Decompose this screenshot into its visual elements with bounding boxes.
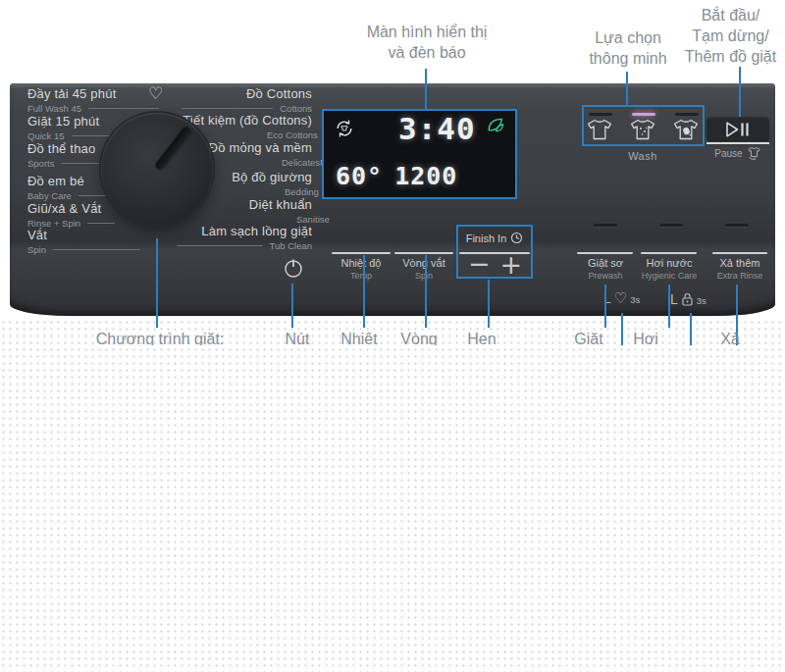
prewash-button[interactable]: Giặt sơ Prewash [576, 257, 635, 281]
program-name-en: Sports [27, 158, 54, 169]
callout-line-child-lock [690, 313, 692, 345]
program-tub-clean: Làm sạch lồng giặt Tub Clean [177, 224, 312, 251]
child-lock-hold-seconds: 3s [697, 296, 706, 306]
program-name-en: Quick 15 [27, 130, 65, 141]
extra-rinse-button-bar [712, 252, 767, 254]
program-connector-line [53, 249, 140, 250]
callout-line-power [291, 284, 293, 328]
extra-rinse-indicator [725, 224, 749, 227]
favorite-hold-seconds: 3s [630, 295, 640, 305]
pause-button-underline [706, 142, 769, 144]
temp-button[interactable]: Nhiệt độ Temp [332, 257, 391, 281]
clock-icon [510, 232, 523, 244]
program-name-vi: Bộ đồ giường [219, 170, 312, 184]
program-bedding: Bộ đồ giường Bedding [278, 170, 312, 197]
extra-rinse-label-en: Extra Rinse [706, 271, 774, 281]
play-pause-icon [725, 122, 751, 137]
favorite-hold-hint: L ♡ 3s [603, 291, 640, 305]
program-connector-line [78, 195, 110, 196]
program-name-vi: Diệt khuẩn [240, 197, 312, 212]
prewash-button-bar [577, 252, 633, 254]
finish-in-minus-button[interactable]: − [468, 248, 491, 279]
wash-level-3-indicator [675, 113, 699, 116]
program-name-en: Eco Cottons [267, 129, 318, 140]
background-dot-grid [0, 319, 785, 672]
lock-icon [681, 291, 694, 306]
finish-in-plus-button[interactable]: + [499, 249, 522, 280]
wash-level-2-button[interactable] [630, 119, 657, 142]
wash-intensity-group [582, 105, 705, 146]
hygienic-indicator [659, 224, 683, 227]
program-connector-line [87, 223, 115, 224]
program-spin: Vắt Spin [27, 228, 175, 255]
program-dial[interactable] [101, 113, 213, 225]
hygienic-care-button[interactable]: Hơi nước Hygienic Care [635, 257, 704, 281]
finish-in-group: Finish In − + [456, 225, 533, 279]
cycle-status-icon [335, 119, 354, 138]
program-connector-line [88, 108, 159, 109]
callout-line-smart-select [626, 72, 628, 105]
pause-label-text: Pause [714, 148, 742, 159]
spin-label-vi: Vòng vắt [394, 257, 453, 269]
favorite-heart-small-icon: ♡ [614, 291, 627, 305]
wash-level-2-indicator [632, 113, 655, 116]
program-name-vi: Đồ mỏng và mềm [196, 140, 312, 155]
spin-label-en: Spin [394, 271, 453, 281]
program-name-vi: Đầy tải 45 phút [27, 86, 175, 101]
spin-button-bar [394, 252, 453, 254]
program-connector-line [182, 108, 273, 109]
program-name-vi: Đồ Cottons [182, 86, 312, 101]
temp-label-vi: Nhiệt độ [332, 257, 391, 269]
callout-line-prewash [604, 284, 606, 328]
washer-control-panel-diagram: Màn hình hiển thị và đèn báo Lựa chọn th… [0, 0, 785, 672]
wash-level-3-button[interactable] [673, 119, 701, 142]
program-name-en: Tub Clean [270, 240, 312, 251]
program-name-en: Bedding [285, 186, 319, 197]
callout-line-extra-rinse [736, 284, 738, 345]
extra-rinse-button[interactable]: Xả thêm Extra Rinse [706, 257, 774, 281]
callout-start-pause-text: Bắt đầu/ Tạm dừng/ Thêm đồ giặt [659, 5, 785, 67]
program-cottons: Đồ Cottons Cottons [182, 86, 312, 114]
wash-level-1-button[interactable] [587, 119, 614, 142]
program-full-wash-45: Đầy tải 45 phút Full Wash 45 [27, 86, 175, 114]
spin-button[interactable]: Vòng vắt Spin [394, 257, 453, 281]
callout-display-text: Màn hình hiển thị và đèn báo [329, 22, 525, 63]
program-connector-line [177, 245, 263, 246]
program-name-vi: Làm sạch lồng giặt [177, 224, 312, 238]
callout-line-finish-in [488, 280, 490, 328]
pause-label: Pause [701, 146, 775, 160]
program-sanitise: Diệt khuẩn Sanitise [289, 197, 312, 225]
display-spin-speed: 1200 [394, 162, 457, 190]
callout-line-start-pause [739, 67, 741, 117]
dial-handle[interactable] [153, 126, 191, 172]
wash-group-label: Wash [613, 150, 672, 162]
program-eco-cottons: Tiết kiệm (đồ Cottons) Eco Cottons [260, 113, 312, 140]
program-name-en: Baby Care [27, 190, 72, 201]
eco-leaf-icon [487, 117, 504, 132]
start-pause-button[interactable] [706, 117, 769, 141]
hygienic-button-bar [641, 252, 697, 254]
prewash-indicator [594, 224, 617, 227]
display-remaining-time: 3:40 [398, 111, 476, 146]
temp-label-en: Temp [332, 271, 391, 281]
control-panel: ♡ Đầy tải 45 phút Full Wash 45 Giặt 15 p… [10, 83, 775, 316]
display-temperature: 60° [336, 162, 383, 190]
callout-line-temp [363, 255, 365, 328]
program-name-en: Full Wash 45 [27, 103, 81, 114]
callout-line-spin [425, 255, 427, 328]
power-button[interactable] [283, 257, 304, 279]
temp-button-bar [332, 252, 391, 254]
lcd-display: 3:40 60° 1200 [322, 109, 517, 199]
callout-line-favorite [621, 313, 623, 345]
finish-in-label: Finish In [466, 233, 507, 244]
hold-bracket: L [670, 293, 678, 306]
extra-rinse-label-vi: Xả thêm [706, 257, 774, 269]
wash-level-1-indicator [589, 113, 612, 116]
program-name-en: Spin [27, 244, 46, 255]
program-name-vi: Vắt [27, 228, 175, 242]
callout-line-display [425, 69, 427, 109]
add-garment-icon [747, 146, 761, 160]
prewash-label-en: Prewash [576, 271, 635, 281]
hygienic-label-vi: Hơi nước [635, 257, 704, 269]
callout-line-program-dial [156, 238, 158, 328]
